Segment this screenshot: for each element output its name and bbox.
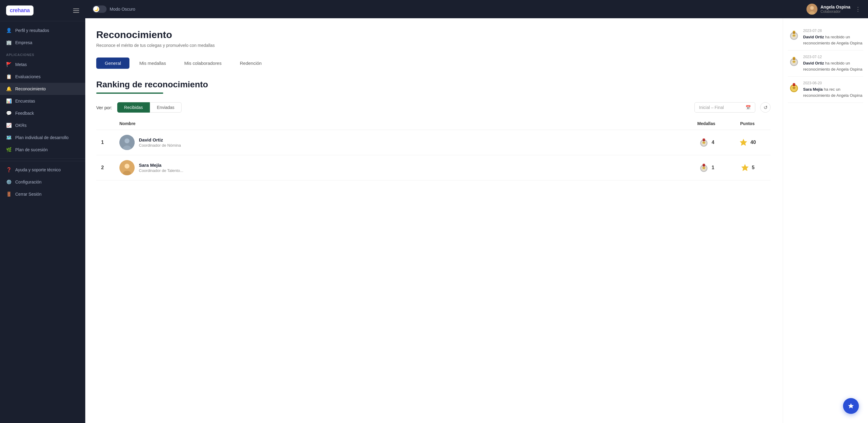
sidebar-item-label: Perfil y resultados xyxy=(15,28,49,33)
svg-rect-19 xyxy=(703,164,705,165)
person-name: Sara Mejía xyxy=(139,163,183,168)
topbar: 🌙 Modo Oscuro Angela Ospina Colaborador … xyxy=(85,0,868,18)
ranking-title: Ranking de reconocimiento xyxy=(96,80,771,90)
sidebar-item-cerrar[interactable]: 🚪 Cerrar Sesión xyxy=(0,188,85,200)
sucesion-icon: 🌿 xyxy=(6,147,11,153)
more-options-button[interactable]: ⋮ xyxy=(855,6,861,12)
svg-marker-20 xyxy=(741,164,749,171)
sidebar: crehana 👤 Perfil y resultados 🏢 Empresa … xyxy=(0,0,85,423)
sidebar-item-label: Configuración xyxy=(15,180,41,185)
medals-count: 1 xyxy=(712,165,714,170)
activity-text: David Ortiz ha recibido un reconocimient… xyxy=(803,34,863,46)
date-picker[interactable]: Inicial – Final 📅 xyxy=(694,102,755,112)
sidebar-item-label: Metas xyxy=(15,62,27,67)
medals-cell: 4 xyxy=(683,137,729,148)
activity-from: Angela Ospina xyxy=(836,93,862,98)
sidebar-divider xyxy=(0,158,85,159)
hamburger-button[interactable] xyxy=(73,8,79,13)
tab-mis-colaboradores[interactable]: Mis colaboradores xyxy=(176,58,230,69)
star-badge-icon xyxy=(847,402,855,410)
encuestas-icon: 📊 xyxy=(6,98,11,104)
sidebar-item-feedback[interactable]: 💬 Feedback xyxy=(0,107,85,119)
sidebar-header: crehana xyxy=(0,0,85,21)
floating-action-button[interactable] xyxy=(843,398,859,414)
user-details: Angela Ospina Colaborador xyxy=(820,5,850,14)
activity-text: David Ortiz ha recibido un reconocimient… xyxy=(803,60,863,72)
activity-content: 2023-07-12 David Ortiz ha recibido un re… xyxy=(803,55,863,72)
filter-label: Ver por: xyxy=(96,105,113,110)
col-nombre: Nombre xyxy=(119,121,683,126)
star-icon xyxy=(739,138,748,147)
tab-mis-medallas[interactable]: Mis medallas xyxy=(131,58,175,69)
medal-icon xyxy=(699,137,709,148)
medal-icon xyxy=(699,162,709,173)
activity-date: 2023-06-20 xyxy=(803,81,863,85)
page-subtitle: Reconoce el mérito de tus colegas y prom… xyxy=(96,43,771,48)
sidebar-item-label: Evaluaciones xyxy=(15,74,40,79)
points-cell: 5 xyxy=(729,163,766,172)
filter-bar: Ver por: Recibidas Enviadas Inicial – Fi… xyxy=(96,102,771,112)
sidebar-item-evaluaciones[interactable]: 📋 Evaluaciones xyxy=(0,71,85,83)
medals-count: 4 xyxy=(712,140,714,145)
person-avatar xyxy=(119,160,135,175)
tab-redencion[interactable]: Redención xyxy=(231,58,270,69)
sidebar-item-label: Empresa xyxy=(15,40,32,45)
calendar-icon: 📅 xyxy=(746,105,751,110)
sidebar-item-label: OKRs xyxy=(15,123,27,128)
empresa-icon: 🏢 xyxy=(6,40,11,45)
toggle-knob: 🌙 xyxy=(93,6,99,12)
sidebar-item-config[interactable]: ⚙️ Configuración xyxy=(0,176,85,188)
points-count: 40 xyxy=(750,140,756,145)
activity-item: 2023-07-28 David Ortiz ha recibido un re… xyxy=(788,24,863,51)
svg-rect-30 xyxy=(793,57,795,58)
person-name: David Ortiz xyxy=(139,137,181,142)
feedback-icon: 💬 xyxy=(6,110,11,116)
user-info: Angela Ospina Colaborador ⋮ xyxy=(806,4,861,14)
sidebar-item-sucesion[interactable]: 🌿 Plan de sucesión xyxy=(0,143,85,156)
sidebar-item-ayuda[interactable]: ❓ Ayuda y soporte técnico xyxy=(0,164,85,176)
col-puntos: Puntos xyxy=(729,121,766,126)
medals-cell: 1 xyxy=(683,162,729,173)
tabs: General Mis medallas Mis colaboradores R… xyxy=(96,58,771,69)
svg-point-13 xyxy=(125,164,129,169)
metas-icon: 🚩 xyxy=(6,62,11,67)
sidebar-item-label: Plan individual de desarrollo xyxy=(15,135,68,140)
dark-mode-toggle[interactable]: 🌙 Modo Oscuro xyxy=(93,5,135,13)
sidebar-item-reconocimiento[interactable]: 🔔 Reconocimiento xyxy=(0,83,85,95)
refresh-button[interactable]: ↺ xyxy=(760,102,771,112)
filter-recibidas[interactable]: Recibidas xyxy=(117,102,150,112)
sidebar-item-empresa[interactable]: 🏢 Empresa xyxy=(0,36,85,49)
activity-content: 2023-06-20 Sara Mejía ha rec un reconoci… xyxy=(803,81,863,98)
person-avatar xyxy=(119,135,135,150)
svg-rect-10 xyxy=(703,138,705,139)
col-rank xyxy=(101,121,119,126)
activity-content: 2023-07-28 David Ortiz ha recibido un re… xyxy=(803,29,863,46)
tab-general[interactable]: General xyxy=(96,58,129,69)
pid-icon: 🗺️ xyxy=(6,135,11,140)
sidebar-item-okrs[interactable]: 📈 OKRs xyxy=(0,119,85,131)
avatar xyxy=(806,4,817,14)
sidebar-item-pid[interactable]: 🗺️ Plan individual de desarrollo xyxy=(0,131,85,143)
svg-marker-11 xyxy=(740,139,747,146)
okrs-icon: 📈 xyxy=(6,123,11,128)
sidebar-item-label: Encuestas xyxy=(15,99,35,103)
person-info: Sara Mejía Coordinador de Talento... xyxy=(139,163,183,173)
activity-medal-icon xyxy=(788,29,800,41)
reconocimiento-icon: 🔔 xyxy=(6,86,11,92)
filter-btn-group: Recibidas Enviadas xyxy=(117,102,182,112)
toggle-switch[interactable]: 🌙 xyxy=(93,5,106,13)
svg-rect-35 xyxy=(793,83,795,84)
activity-from: Angela Ospina xyxy=(836,67,862,71)
svg-point-4 xyxy=(125,138,129,143)
sidebar-nav: 👤 Perfil y resultados 🏢 Empresa APLICACI… xyxy=(0,21,85,423)
app-logo: crehana xyxy=(6,5,33,15)
rank-number: 2 xyxy=(101,165,119,170)
person-cell: David Ortiz Coordinador de Nómina xyxy=(119,135,683,150)
sidebar-item-perfil[interactable]: 👤 Perfil y resultados xyxy=(0,24,85,36)
evaluaciones-icon: 📋 xyxy=(6,74,11,79)
sidebar-item-encuestas[interactable]: 📊 Encuestas xyxy=(0,95,85,107)
filter-enviadas[interactable]: Enviadas xyxy=(150,102,182,112)
activity-text: Sara Mejía ha rec un reconocimiento de A… xyxy=(803,87,863,98)
sidebar-item-label: Feedback xyxy=(15,111,34,116)
sidebar-item-metas[interactable]: 🚩 Metas xyxy=(0,58,85,71)
